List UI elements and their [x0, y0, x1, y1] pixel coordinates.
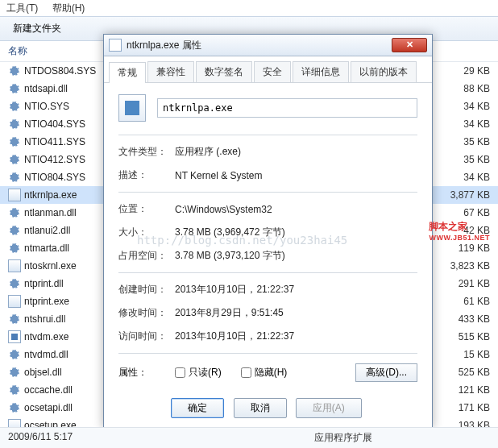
status-bar: 2009/6/11 5:17 应用程序扩展	[0, 427, 498, 448]
label-size: 大小：	[118, 226, 175, 239]
label-attributes: 属性：	[118, 366, 175, 380]
gear-icon	[8, 224, 21, 237]
value-location: C:\Windows\System32	[175, 204, 417, 215]
file-size: 121 KB	[434, 384, 490, 396]
file-size: 291 KB	[434, 278, 490, 289]
gear-icon	[8, 384, 21, 396]
app-icon	[8, 259, 21, 272]
file-size: 29 KB	[434, 65, 490, 77]
file-size: 67 KB	[434, 207, 490, 218]
tab-details[interactable]: 详细信息	[293, 61, 349, 82]
menu-help[interactable]: 帮助(H)	[52, 2, 85, 14]
tab-bar: 常规 兼容性 数字签名 安全 详细信息 以前的版本	[104, 56, 432, 83]
properties-dialog: ntkrnlpa.exe 属性 ✕ 常规 兼容性 数字签名 安全 详细信息 以前…	[103, 34, 433, 429]
gear-icon	[8, 171, 21, 184]
file-size: 15 KB	[434, 349, 490, 360]
tab-general[interactable]: 常规	[109, 62, 146, 83]
value-atime: 2013年10月10日，21:22:37	[175, 330, 417, 343]
file-size: 525 KB	[434, 367, 490, 378]
checkbox-hidden[interactable]: 隐藏(H)	[241, 366, 288, 380]
gear-icon	[8, 348, 21, 361]
dialog-buttons: 确定 取消 应用(A)	[104, 390, 432, 428]
gear-icon	[8, 401, 21, 414]
status-date: 2009/6/11 5:17	[8, 431, 314, 445]
tab-compat[interactable]: 兼容性	[147, 61, 194, 82]
file-size: 42 KB	[434, 225, 490, 236]
menubar: 工具(T) 帮助(H)	[0, 0, 498, 16]
app-icon	[8, 295, 21, 308]
file-size: 34 KB	[434, 172, 490, 183]
value-size: 3.78 MB (3,969,472 字节)	[175, 226, 417, 239]
value-ctime: 2013年10月10日，21:22:37	[175, 283, 417, 297]
label-mtime: 修改时间：	[118, 306, 175, 320]
ok-button[interactable]: 确定	[171, 398, 224, 418]
file-size: 34 KB	[434, 101, 490, 112]
gear-icon	[8, 82, 21, 95]
file-size: 171 KB	[434, 402, 490, 413]
apply-button[interactable]: 应用(A)	[296, 398, 362, 418]
file-size: 433 KB	[434, 313, 490, 325]
value-desc: NT Kernel & System	[175, 170, 417, 181]
value-mtime: 2013年8月29日，9:51:45	[175, 306, 417, 320]
gear-icon	[8, 242, 21, 255]
file-size: 34 KB	[434, 118, 490, 130]
file-type-icon	[118, 94, 146, 122]
titlebar[interactable]: ntkrnlpa.exe 属性 ✕	[104, 35, 432, 56]
label-desc: 描述：	[118, 168, 175, 182]
col-size[interactable]	[434, 44, 490, 58]
gear-icon	[8, 366, 21, 379]
label-atime: 访问时间：	[118, 330, 175, 343]
gear-icon	[8, 100, 21, 113]
advanced-button[interactable]: 高级(D)...	[355, 363, 417, 382]
value-type: 应用程序 (.exe)	[175, 145, 417, 159]
close-button[interactable]: ✕	[392, 38, 427, 52]
gear-icon	[8, 153, 21, 166]
gear-icon	[8, 135, 21, 148]
gear-icon	[8, 64, 21, 77]
label-type: 文件类型：	[118, 145, 175, 159]
new-folder-button[interactable]: 新建文件夹	[8, 20, 66, 37]
file-size: 61 KB	[434, 296, 490, 307]
label-ctime: 创建时间：	[118, 283, 175, 297]
value-disk: 3.78 MB (3,973,120 字节)	[175, 249, 417, 263]
gear-icon	[8, 313, 21, 326]
app2-icon	[8, 330, 21, 343]
gear-icon	[8, 206, 21, 219]
menu-tools[interactable]: 工具(T)	[6, 2, 38, 14]
file-size: 88 KB	[434, 83, 490, 94]
status-type: 应用程序扩展	[314, 431, 490, 445]
file-size: 35 KB	[434, 136, 490, 147]
tab-previous[interactable]: 以前的版本	[351, 61, 417, 82]
tab-security[interactable]: 安全	[254, 61, 291, 82]
file-size: 119 KB	[434, 243, 490, 254]
app-icon	[8, 189, 21, 201]
app-icon	[109, 39, 122, 52]
gear-icon	[8, 277, 21, 290]
file-size: 515 KB	[434, 331, 490, 342]
dialog-title: ntkrnlpa.exe 属性	[127, 39, 392, 52]
label-disk: 占用空间：	[118, 249, 175, 263]
file-size: 35 KB	[434, 154, 490, 165]
checkbox-readonly[interactable]: 只读(R)	[175, 366, 222, 380]
gear-icon	[8, 118, 21, 131]
cancel-button[interactable]: 取消	[234, 398, 287, 418]
file-size: 3,877 KB	[434, 189, 490, 201]
filename-field[interactable]: ntkrnlpa.exe	[157, 98, 417, 118]
label-location: 位置：	[118, 202, 175, 216]
tab-body: ntkrnlpa.exe 文件类型：应用程序 (.exe) 描述：NT Kern…	[104, 83, 432, 390]
file-size: 3,823 KB	[434, 260, 490, 272]
tab-signature[interactable]: 数字签名	[196, 61, 252, 82]
